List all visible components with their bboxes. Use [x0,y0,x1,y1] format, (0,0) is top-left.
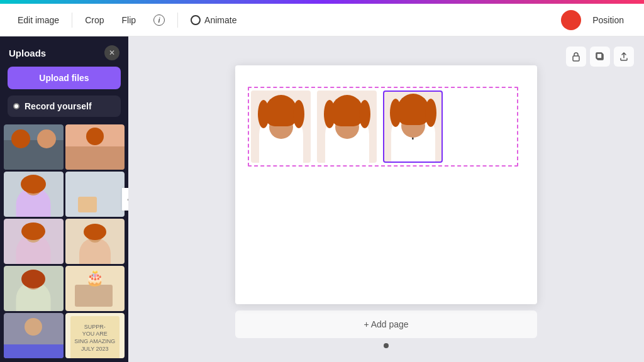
canvas-slide: ✛ [235,65,537,304]
position-button[interactable]: Position [582,11,634,29]
list-item[interactable] [4,172,64,217]
svg-rect-0 [573,56,579,61]
record-dot-icon [13,103,19,109]
list-item[interactable] [4,124,64,170]
crop-label: Crop [85,15,104,25]
hair-1 [265,95,297,126]
upload-files-button[interactable]: Upload files [8,67,121,89]
share-icon [619,52,629,62]
portrait-card-2[interactable] [317,90,377,163]
edit-image-label: Edit image [18,15,59,25]
flip-label: Flip [122,15,136,25]
list-item[interactable] [4,266,64,311]
list-item[interactable] [65,172,125,217]
portrait-card-1[interactable] [251,90,311,163]
portrait-image-3: ✛ [384,92,441,162]
sidebar-header: Uploads ✕ [0,36,128,67]
share-button[interactable] [614,47,634,67]
avatar [561,10,581,30]
collapse-icon: ‹ [127,196,128,203]
info-button[interactable]: i [146,11,172,30]
list-item[interactable]: SUPPR-YOU ARESING AMAZINGJULY 2023 [65,313,125,358]
header-separator-2 [177,13,178,28]
hair-3 [397,94,429,125]
record-yourself-button[interactable]: Record yourself [8,96,121,117]
animate-label: Animate [204,15,236,25]
lock-button[interactable] [566,47,586,67]
crop-button[interactable]: Crop [77,11,111,29]
main-content: Uploads ✕ Upload files Record yourself [0,36,644,362]
canvas-toolbar [566,47,634,67]
canvas-area: ✛ + Add page [128,36,644,362]
header-toolbar: Edit image Crop Flip i Animate Position [0,4,644,36]
page-indicator [384,343,389,348]
collapse-sidebar-button[interactable]: ‹ [122,188,128,211]
portrait-card-3[interactable]: ✛ [383,90,443,163]
flip-button[interactable]: Flip [114,11,144,29]
header-separator-1 [72,13,72,28]
list-item[interactable] [4,219,64,264]
hair-2 [331,95,363,126]
copy-icon [595,52,605,62]
sidebar-panel: Uploads ✕ Upload files Record yourself [0,36,128,362]
sidebar-title: Uploads [9,48,46,58]
list-item[interactable] [65,219,125,264]
animate-icon [191,15,201,25]
lock-icon [571,52,581,62]
info-icon: i [153,14,165,26]
list-item[interactable] [4,313,64,358]
portrait-image-2 [317,90,377,163]
page-dot-1 [384,343,389,348]
list-item[interactable] [65,124,125,170]
portrait-image-1 [251,90,311,163]
photo-strip: ✛ [248,84,525,169]
edit-image-button[interactable]: Edit image [10,11,67,29]
animate-button[interactable]: Animate [183,11,244,29]
add-page-button[interactable]: + Add page [235,310,537,338]
close-sidebar-button[interactable]: ✕ [104,45,119,60]
photo-grid: 🎂 SUPPR-YOU ARESING AMAZINGJULY 2023 [0,124,128,362]
duplicate-button[interactable] [590,47,610,67]
list-item[interactable]: 🎂 [65,266,125,311]
